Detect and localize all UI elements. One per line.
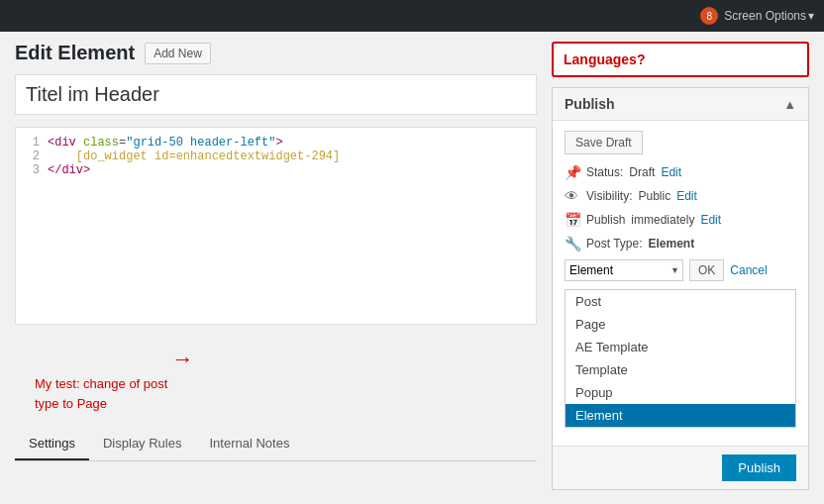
code-line-3: 3 </div>	[24, 163, 528, 177]
tab-internal-notes[interactable]: Internal Notes	[195, 428, 303, 460]
publish-time-row: 📅 Publish immediately Edit	[565, 212, 796, 228]
arrow-icon: →	[171, 347, 193, 372]
visibility-label: Visibility:	[586, 189, 632, 203]
page-title: Edit Element	[15, 42, 135, 64]
post-type-select[interactable]: Post Page AE Template Template Popup Ele…	[565, 259, 683, 281]
add-new-button[interactable]: Add New	[145, 43, 211, 64]
element-title-input[interactable]	[15, 74, 537, 115]
screen-options-button[interactable]: Screen Options	[724, 9, 806, 23]
line-number: 3	[24, 163, 40, 177]
main-content: Edit Element Add New 1 <div class="grid-…	[0, 32, 824, 500]
option-element[interactable]: Element	[566, 404, 795, 427]
ok-button[interactable]: OK	[689, 259, 724, 281]
tab-settings[interactable]: Settings	[15, 428, 89, 460]
code-editor[interactable]: 1 <div class="grid-50 header-left"> 2 [d…	[15, 127, 537, 325]
publish-when: immediately	[631, 213, 694, 227]
annotation-text: My test: change of posttype to Page	[35, 374, 167, 413]
post-type-label: Post Type:	[586, 237, 642, 251]
visibility-row: 👁 Visibility: Public Edit	[565, 188, 796, 204]
select-wrapper: Post Page AE Template Template Popup Ele…	[565, 259, 683, 281]
code-line-2: 2 [do_widget id=enhancedtextwidget-294]	[24, 150, 528, 163]
notification-badge: 8	[700, 7, 718, 25]
status-label: Status:	[586, 165, 623, 179]
pin-icon: 📌	[565, 164, 580, 180]
publish-footer: Publish	[553, 446, 808, 489]
right-panel: Languages? Publish ▲ Save Draft 📌 Status…	[552, 42, 809, 490]
eye-icon: 👁	[565, 188, 580, 204]
option-page[interactable]: Page	[566, 313, 795, 336]
left-panel: Edit Element Add New 1 <div class="grid-…	[15, 42, 537, 490]
option-popup[interactable]: Popup	[566, 381, 795, 404]
post-type-row: 🔧 Post Type: Element	[565, 236, 796, 252]
visibility-value: Public	[638, 189, 670, 203]
publish-button[interactable]: Publish	[722, 454, 796, 481]
chevron-down-icon: ▾	[808, 9, 814, 23]
calendar-icon: 📅	[565, 212, 580, 228]
tab-display-rules[interactable]: Display Rules	[89, 428, 195, 460]
publish-edit-link[interactable]: Edit	[700, 213, 721, 227]
status-row: 📌 Status: Draft Edit	[565, 164, 796, 180]
publish-panel-title: Publish	[565, 96, 615, 112]
wrench-icon: 🔧	[565, 236, 580, 252]
publish-body: Save Draft 📌 Status: Draft Edit 👁 Visibi…	[553, 121, 808, 446]
code-content: <div class="grid-50 header-left">	[48, 136, 283, 150]
option-ae-template[interactable]: AE Template	[566, 336, 795, 358]
languages-label: Languages?	[564, 51, 645, 67]
publish-label: Publish	[586, 213, 625, 227]
visibility-edit-link[interactable]: Edit	[676, 189, 697, 203]
option-template[interactable]: Template	[566, 358, 795, 381]
post-type-dropdown-row: Post Page AE Template Template Popup Ele…	[565, 259, 796, 281]
publish-box: Publish ▲ Save Draft 📌 Status: Draft Edi…	[552, 87, 809, 490]
dropdown-options-list: Post Page AE Template Template Popup Ele…	[565, 289, 796, 428]
status-edit-link[interactable]: Edit	[661, 165, 681, 179]
annotation-area: My test: change of posttype to Page →	[15, 335, 537, 413]
languages-box: Languages?	[552, 42, 809, 77]
code-line-1: 1 <div class="grid-50 header-left">	[24, 136, 528, 150]
line-number: 2	[24, 150, 40, 163]
status-value: Draft	[629, 165, 655, 179]
line-number: 1	[24, 136, 40, 150]
cancel-link[interactable]: Cancel	[730, 263, 767, 277]
page-title-row: Edit Element Add New	[15, 42, 537, 64]
post-type-value: Element	[648, 237, 694, 251]
option-post[interactable]: Post	[566, 290, 795, 313]
top-bar: 8 Screen Options ▾	[0, 0, 824, 32]
save-draft-button[interactable]: Save Draft	[565, 131, 643, 154]
publish-header: Publish ▲	[553, 88, 808, 121]
collapse-icon[interactable]: ▲	[783, 97, 796, 112]
tabs-row: Settings Display Rules Internal Notes	[15, 428, 537, 461]
